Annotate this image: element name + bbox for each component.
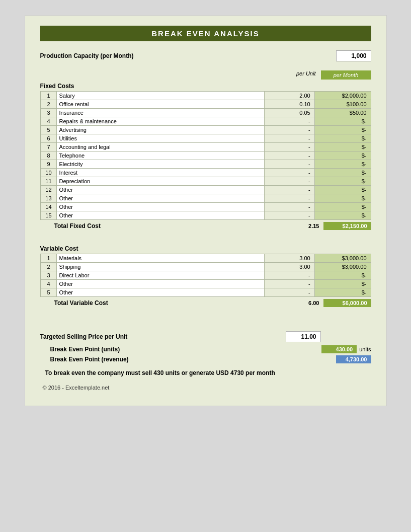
row-unit: 3.00 xyxy=(264,254,314,263)
row-month: $- xyxy=(314,288,371,297)
page: BREAK EVEN ANALYSIS Production Capacity … xyxy=(25,15,387,406)
selling-price-row: Targeted Selling Price per Unit 11.00 xyxy=(40,331,371,342)
row-name[interactable]: Utilities xyxy=(57,134,264,143)
row-month: $2,000.00 xyxy=(314,92,371,100)
row-month: $- xyxy=(314,186,371,194)
row-month: $- xyxy=(314,160,371,169)
row-name[interactable]: Advertising xyxy=(57,126,264,134)
row-name[interactable]: Shipping xyxy=(57,263,264,271)
row-num: 12 xyxy=(40,186,57,194)
summary-text: To break even the company must sell 430 … xyxy=(40,369,371,376)
table-row: 14 Other - $- xyxy=(40,203,371,211)
row-unit: - xyxy=(264,134,314,143)
row-num: 1 xyxy=(40,254,57,263)
variable-costs-total-row: Total Variable Cost 6.00 $6,000.00 xyxy=(40,299,371,307)
table-row: 5 Advertising - $- xyxy=(40,126,371,134)
table-row: 7 Accounting and legal - $- xyxy=(40,143,371,151)
footer: © 2016 - Exceltemplate.net xyxy=(40,385,371,391)
row-month: $50.00 xyxy=(314,109,371,117)
row-unit: - xyxy=(264,151,314,160)
row-month: $- xyxy=(314,134,371,143)
row-num: 3 xyxy=(40,109,57,117)
row-month: $- xyxy=(314,194,371,203)
row-month: $- xyxy=(314,271,371,280)
break-even-units-row: Break Even Point (units) 430.00 units xyxy=(40,345,371,353)
table-row: 3 Insurance 0.05 $50.00 xyxy=(40,109,371,117)
row-unit: - xyxy=(264,143,314,151)
column-headers: per Unit per Month xyxy=(40,70,371,80)
row-name[interactable]: Other xyxy=(57,186,264,194)
row-name[interactable]: Other xyxy=(57,288,264,297)
row-month: $- xyxy=(314,126,371,134)
row-name[interactable]: Insurance xyxy=(57,109,264,117)
row-unit: 2.00 xyxy=(264,92,314,100)
table-row: 3 Direct Labor - $- xyxy=(40,271,371,280)
row-num: 7 xyxy=(40,143,57,151)
row-unit: 0.05 xyxy=(264,109,314,117)
fixed-costs-total-row: Total Fixed Cost 2.15 $2,150.00 xyxy=(40,222,371,230)
row-unit: - xyxy=(264,126,314,134)
row-num: 4 xyxy=(40,280,57,288)
table-row: 9 Electricity - $- xyxy=(40,160,371,169)
production-capacity-row: Production Capacity (per Month) 1,000 xyxy=(40,50,371,61)
units-label: units xyxy=(359,346,371,352)
row-num: 1 xyxy=(40,92,57,100)
bottom-section: Targeted Selling Price per Unit 11.00 Br… xyxy=(40,331,371,363)
row-num: 4 xyxy=(40,117,57,126)
row-num: 8 xyxy=(40,151,57,160)
row-name[interactable]: Interest xyxy=(57,169,264,177)
row-month: $- xyxy=(314,117,371,126)
row-unit: - xyxy=(264,186,314,194)
table-row: 1 Materials 3.00 $3,000.00 xyxy=(40,254,371,263)
row-name[interactable]: Salary xyxy=(57,92,264,100)
table-row: 2 Office rental 0.10 $100.00 xyxy=(40,100,371,109)
variable-costs-table: 1 Materials 3.00 $3,000.00 2 Shipping 3.… xyxy=(40,254,371,297)
row-unit: - xyxy=(264,177,314,186)
row-num: 2 xyxy=(40,263,57,271)
row-unit: - xyxy=(264,271,314,280)
row-unit: - xyxy=(264,194,314,203)
table-row: 1 Salary 2.00 $2,000.00 xyxy=(40,92,371,100)
row-name[interactable]: Direct Labor xyxy=(57,271,264,280)
row-unit: 3.00 xyxy=(264,263,314,271)
row-month: $- xyxy=(314,280,371,288)
break-even-units-label: Break Even Point (units) xyxy=(50,346,322,353)
table-row: 11 Depreciation - $- xyxy=(40,177,371,186)
selling-price-value[interactable]: 11.00 xyxy=(286,331,321,342)
row-name[interactable]: Other xyxy=(57,194,264,203)
per-unit-header: per Unit xyxy=(276,70,321,80)
fixed-total-month: $2,150.00 xyxy=(323,222,371,230)
row-month: $100.00 xyxy=(314,100,371,109)
row-name[interactable]: Repairs & maintenance xyxy=(57,117,264,126)
row-unit: - xyxy=(264,211,314,220)
row-num: 13 xyxy=(40,194,57,203)
table-row: 2 Shipping 3.00 $3,000.00 xyxy=(40,263,371,271)
row-name[interactable]: Office rental xyxy=(57,100,264,109)
row-num: 10 xyxy=(40,169,57,177)
row-num: 14 xyxy=(40,203,57,211)
row-name[interactable]: Accounting and legal xyxy=(57,143,264,151)
row-name[interactable]: Other xyxy=(57,280,264,288)
table-row: 12 Other - $- xyxy=(40,186,371,194)
break-even-revenue-row: Break Even Point (revenue) 4,730.00 xyxy=(40,355,371,363)
row-month: $3,000.00 xyxy=(314,263,371,271)
table-row: 8 Telephone - $- xyxy=(40,151,371,160)
break-even-revenue-value: 4,730.00 xyxy=(336,355,371,363)
fixed-total-label: Total Fixed Cost xyxy=(40,222,281,230)
table-row: 13 Other - $- xyxy=(40,194,371,203)
table-row: 4 Repairs & maintenance - $- xyxy=(40,117,371,126)
production-capacity-value[interactable]: 1,000 xyxy=(336,50,371,61)
selling-price-label: Targeted Selling Price per Unit xyxy=(40,333,286,340)
row-name[interactable]: Depreciation xyxy=(57,177,264,186)
row-unit: - xyxy=(264,160,314,169)
row-name[interactable]: Other xyxy=(57,211,264,220)
row-num: 2 xyxy=(40,100,57,109)
row-num: 3 xyxy=(40,271,57,280)
row-name[interactable]: Other xyxy=(57,203,264,211)
row-name[interactable]: Materials xyxy=(57,254,264,263)
row-name[interactable]: Telephone xyxy=(57,151,264,160)
row-month: $- xyxy=(314,169,371,177)
row-name[interactable]: Electricity xyxy=(57,160,264,169)
row-unit: - xyxy=(264,288,314,297)
title-bar: BREAK EVEN ANALYSIS xyxy=(40,26,371,41)
